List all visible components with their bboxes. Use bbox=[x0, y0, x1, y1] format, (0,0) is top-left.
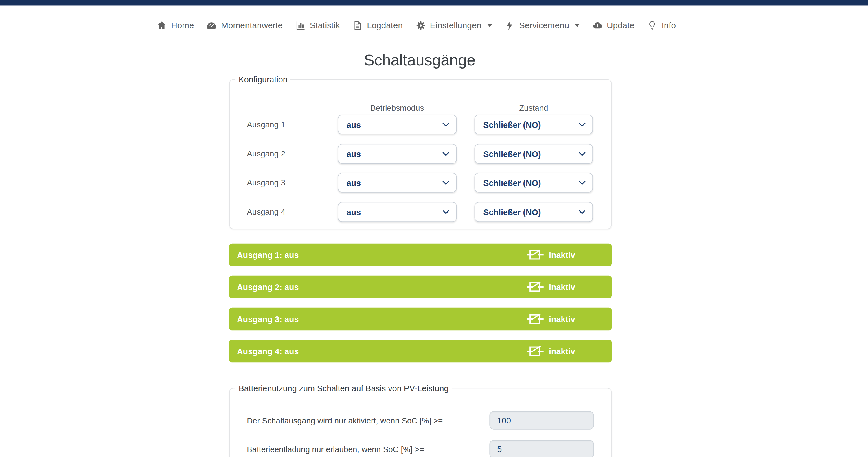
battery-legend: Batterienutzung zum Schalten auf Basis v… bbox=[235, 384, 452, 393]
betriebsmodus-select-1[interactable]: aus bbox=[338, 115, 457, 134]
nav-item-statistik[interactable]: Statistik bbox=[296, 21, 340, 30]
open-switch-icon bbox=[527, 281, 544, 293]
open-switch-icon bbox=[527, 249, 544, 261]
column-header-betriebsmodus: Betriebsmodus bbox=[338, 103, 457, 112]
bolt-icon bbox=[505, 21, 515, 30]
zustand-select-wrap: Schließer (NO) bbox=[474, 202, 593, 222]
bar-chart-icon bbox=[296, 21, 305, 30]
status-bar-ausgang-3: Ausgang 3: aus inaktiv bbox=[229, 308, 612, 330]
battery-row-soc-activate: Der Schaltausgang wird nur aktiviert, we… bbox=[230, 411, 611, 429]
nav-label: Einstellungen bbox=[430, 21, 482, 30]
status-bar-state-group: inaktiv bbox=[527, 313, 604, 325]
page-title: Schaltausgänge bbox=[0, 51, 854, 69]
open-switch-icon bbox=[527, 345, 544, 358]
nav-item-update[interactable]: Update bbox=[592, 21, 634, 30]
output-label: Ausgang 1 bbox=[247, 120, 285, 129]
nav-label: Statistik bbox=[310, 21, 340, 30]
nav-item-einstellungen[interactable]: Einstellungen bbox=[415, 21, 492, 30]
status-bar-ausgang-1: Ausgang 1: aus inaktiv bbox=[229, 243, 612, 266]
status-bar-label: Ausgang 1: aus bbox=[237, 250, 299, 260]
battery-row-label: Batterieentladung nur erlauben, wenn SoC… bbox=[247, 445, 424, 454]
soc-discharge-input[interactable] bbox=[489, 440, 594, 457]
status-bar-state: inaktiv bbox=[549, 315, 575, 324]
betriebsmodus-select-wrap: aus bbox=[338, 144, 457, 164]
zustand-select-2[interactable]: Schließer (NO) bbox=[474, 144, 593, 164]
nav-label: Momentanwerte bbox=[221, 21, 283, 30]
status-bars: Ausgang 1: aus inaktiv Ausgang 2: aus in… bbox=[229, 243, 612, 372]
tachometer-icon bbox=[207, 21, 217, 30]
caret-down-icon bbox=[575, 24, 580, 27]
konfiguration-legend: Konfiguration bbox=[235, 75, 291, 84]
status-bar-label: Ausgang 4: aus bbox=[237, 347, 299, 356]
cloud-upload-icon bbox=[592, 21, 602, 30]
status-bar-state-group: inaktiv bbox=[527, 345, 604, 358]
status-bar-state: inaktiv bbox=[549, 250, 575, 260]
nav-label: Update bbox=[607, 21, 634, 30]
betriebsmodus-select-wrap: aus bbox=[338, 202, 457, 222]
output-label: Ausgang 4 bbox=[247, 207, 285, 216]
nav-label: Logdaten bbox=[367, 21, 403, 30]
status-bar-state-group: inaktiv bbox=[527, 281, 604, 293]
nav-item-info[interactable]: Info bbox=[647, 21, 676, 30]
zustand-select-3[interactable]: Schließer (NO) bbox=[474, 173, 593, 193]
config-row-ausgang-2: Ausgang 2 aus Schließer (NO) bbox=[230, 144, 611, 164]
status-bar-label: Ausgang 3: aus bbox=[237, 315, 299, 324]
nav-item-home[interactable]: Home bbox=[157, 21, 194, 30]
main-nav: Home Momentanwerte Statistik Logdaten Ei… bbox=[0, 15, 850, 36]
zustand-select-wrap: Schließer (NO) bbox=[474, 115, 593, 134]
zustand-select-4[interactable]: Schließer (NO) bbox=[474, 202, 593, 222]
gear-icon bbox=[415, 21, 425, 30]
output-label: Ausgang 3 bbox=[247, 178, 285, 187]
betriebsmodus-select-wrap: aus bbox=[338, 115, 457, 134]
soc-activate-input[interactable] bbox=[489, 411, 594, 429]
nav-label: Servicemenü bbox=[519, 21, 569, 30]
status-bar-state-group: inaktiv bbox=[527, 249, 604, 261]
column-header-zustand: Zustand bbox=[474, 103, 593, 112]
nav-item-servicemenu[interactable]: Servicemenü bbox=[505, 21, 580, 30]
betriebsmodus-select-3[interactable]: aus bbox=[338, 173, 457, 193]
config-row-ausgang-3: Ausgang 3 aus Schließer (NO) bbox=[230, 173, 611, 193]
config-row-ausgang-4: Ausgang 4 aus Schließer (NO) bbox=[230, 202, 611, 222]
battery-row-label: Der Schaltausgang wird nur aktiviert, we… bbox=[247, 416, 443, 425]
betriebsmodus-select-4[interactable]: aus bbox=[338, 202, 457, 222]
status-bar-label: Ausgang 2: aus bbox=[237, 282, 299, 292]
betriebsmodus-select-2[interactable]: aus bbox=[338, 144, 457, 164]
status-bar-state: inaktiv bbox=[549, 347, 575, 356]
top-bar bbox=[0, 0, 868, 6]
open-switch-icon bbox=[527, 313, 544, 325]
status-bar-ausgang-4: Ausgang 4: aus inaktiv bbox=[229, 340, 612, 362]
page: Home Momentanwerte Statistik Logdaten Ei… bbox=[0, 0, 868, 457]
nav-item-momentanwerte[interactable]: Momentanwerte bbox=[207, 21, 283, 30]
zustand-select-wrap: Schließer (NO) bbox=[474, 173, 593, 193]
zustand-select-wrap: Schließer (NO) bbox=[474, 144, 593, 164]
output-label: Ausgang 2 bbox=[247, 150, 285, 159]
betriebsmodus-select-wrap: aus bbox=[338, 173, 457, 193]
status-bar-state: inaktiv bbox=[549, 282, 575, 292]
nav-label: Info bbox=[661, 21, 676, 30]
home-icon bbox=[157, 21, 167, 30]
battery-fieldset: Batterienutzung zum Schalten auf Basis v… bbox=[229, 384, 612, 457]
nav-label: Home bbox=[171, 21, 194, 30]
nav-item-logdaten[interactable]: Logdaten bbox=[353, 21, 403, 30]
lightbulb-icon bbox=[647, 21, 657, 30]
battery-row-soc-discharge: Batterieentladung nur erlauben, wenn SoC… bbox=[230, 440, 611, 457]
status-bar-ausgang-2: Ausgang 2: aus inaktiv bbox=[229, 275, 612, 298]
konfiguration-fieldset: Konfiguration Betriebsmodus Zustand Ausg… bbox=[229, 75, 612, 229]
caret-down-icon bbox=[487, 24, 492, 27]
zustand-select-1[interactable]: Schließer (NO) bbox=[474, 115, 593, 134]
config-row-ausgang-1: Ausgang 1 aus Schließer (NO) bbox=[230, 115, 611, 134]
document-icon bbox=[353, 21, 363, 30]
